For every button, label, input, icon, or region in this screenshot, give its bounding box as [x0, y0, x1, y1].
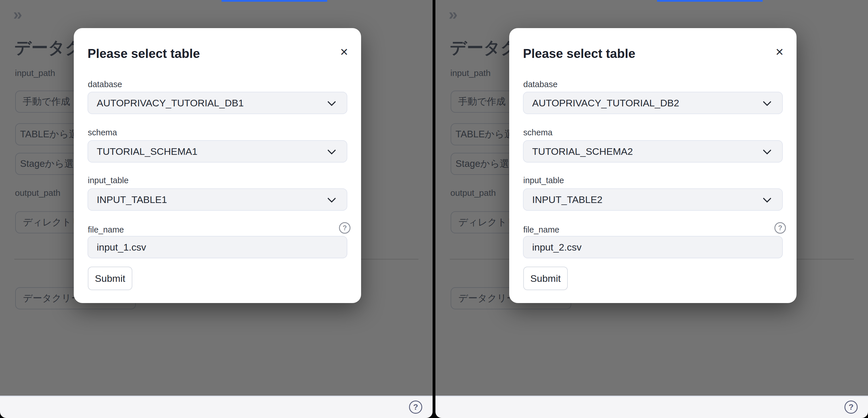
footer-bar: ? — [435, 396, 868, 418]
page-title: データク — [450, 37, 518, 59]
help-icon[interactable]: ? — [844, 400, 858, 414]
directory-button-label: ディレクトリ — [458, 216, 517, 229]
select-table-modal: Please select table ✕ database AUTOPRIVA… — [509, 28, 797, 303]
input-table-select[interactable]: INPUT_TABLE1 — [88, 188, 347, 211]
page-title: データク — [14, 37, 82, 59]
file-name-help[interactable]: ? — [774, 222, 786, 234]
expand-sidebar-icon[interactable]: » — [448, 6, 458, 22]
input-table-label: input_table — [523, 176, 564, 185]
app-window-right: » データク input_path 手動で作成 TABLEから選択 Stageか… — [435, 0, 868, 418]
database-select-value: AUTOPRIVACY_TUTORIAL_DB2 — [532, 98, 679, 109]
file-name-input[interactable] — [88, 236, 347, 258]
loading-progress-bar — [222, 0, 327, 2]
chevron-down-icon — [763, 194, 772, 203]
modal-title: Please select table — [523, 46, 635, 61]
create-manually-button-label: 手動で作成 — [23, 95, 70, 108]
app-window-left: » データク input_path 手動で作成 TABLEから選択 Stageか… — [0, 0, 433, 418]
input-table-label: input_table — [88, 176, 129, 185]
input-path-label: input_path — [15, 68, 55, 78]
file-name-help[interactable]: ? — [339, 222, 350, 234]
chevron-down-icon — [763, 146, 772, 154]
footer-bar: ? — [0, 396, 433, 418]
chevron-down-icon — [328, 146, 336, 154]
file-name-label: file_name — [523, 225, 559, 235]
schema-select-value: TUTORIAL_SCHEMA2 — [532, 146, 633, 157]
help-icon: ? — [774, 222, 786, 234]
schema-select[interactable]: TUTORIAL_SCHEMA2 — [523, 140, 783, 163]
database-select[interactable]: AUTOPRIVACY_TUTORIAL_DB1 — [88, 92, 347, 114]
schema-label: schema — [523, 128, 553, 137]
database-select-value: AUTOPRIVACY_TUTORIAL_DB1 — [97, 98, 244, 109]
database-label: database — [88, 80, 122, 89]
select-table-modal: Please select table ✕ database AUTOPRIVA… — [74, 28, 361, 303]
schema-label: schema — [88, 128, 117, 137]
desktop: » データク input_path 手動で作成 TABLEから選択 Stageか… — [0, 0, 868, 418]
help-icon[interactable]: ? — [409, 400, 422, 414]
directory-button-label: ディレクトリ — [23, 216, 81, 229]
help-icon: ? — [339, 222, 350, 234]
modal-title: Please select table — [88, 46, 200, 61]
close-icon[interactable]: ✕ — [340, 47, 348, 57]
input-table-select-value: INPUT_TABLE1 — [97, 194, 167, 205]
input-path-label: input_path — [451, 68, 491, 78]
loading-progress-bar — [657, 0, 763, 2]
data-clean-button-label: データクリー — [23, 292, 81, 305]
file-name-input[interactable] — [523, 236, 783, 258]
chevron-down-icon — [763, 98, 772, 106]
chevron-down-icon — [328, 194, 336, 203]
data-clean-button-label: データクリー — [458, 292, 516, 305]
input-table-select-value: INPUT_TABLE2 — [532, 194, 602, 205]
submit-button[interactable]: Submit — [523, 267, 568, 290]
submit-button[interactable]: Submit — [88, 267, 132, 290]
create-manually-button-label: 手動で作成 — [458, 95, 506, 108]
schema-select-value: TUTORIAL_SCHEMA1 — [97, 146, 197, 157]
file-name-label: file_name — [88, 225, 124, 235]
database-select[interactable]: AUTOPRIVACY_TUTORIAL_DB2 — [523, 92, 783, 114]
close-icon[interactable]: ✕ — [775, 47, 784, 57]
input-table-select[interactable]: INPUT_TABLE2 — [523, 188, 783, 211]
database-label: database — [523, 80, 557, 89]
schema-select[interactable]: TUTORIAL_SCHEMA1 — [88, 140, 347, 163]
output-path-label: output_path — [451, 188, 496, 198]
chevron-down-icon — [328, 98, 336, 106]
output-path-label: output_path — [15, 188, 60, 198]
expand-sidebar-icon[interactable]: » — [13, 6, 22, 22]
